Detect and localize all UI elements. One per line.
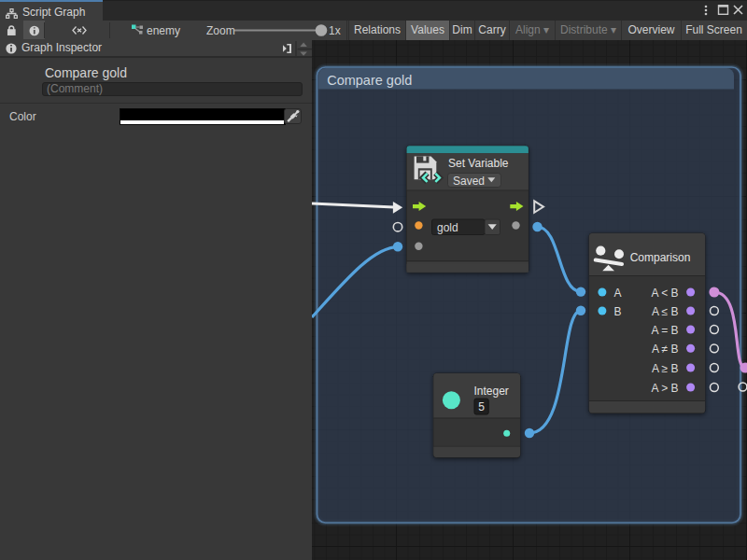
svg-text:B: B (614, 305, 622, 318)
svg-text:A = B: A = B (651, 324, 678, 337)
svg-text:Set Variable: Set Variable (448, 157, 509, 170)
svg-text:A ≥ B: A ≥ B (652, 362, 679, 375)
svg-text:A > B: A > B (651, 382, 678, 395)
svg-text:A ≤ B: A ≤ B (652, 305, 679, 318)
svg-text:Integer: Integer (474, 385, 509, 398)
svg-text:Compare gold: Compare gold (327, 73, 412, 88)
svg-text:gold: gold (437, 221, 458, 234)
svg-text:Comparison: Comparison (630, 251, 691, 264)
svg-text:Saved: Saved (453, 175, 485, 188)
svg-text:5: 5 (478, 400, 485, 413)
svg-text:A ≠ B: A ≠ B (652, 343, 679, 356)
svg-text:A < B: A < B (651, 287, 678, 300)
svg-text:A: A (614, 287, 622, 300)
